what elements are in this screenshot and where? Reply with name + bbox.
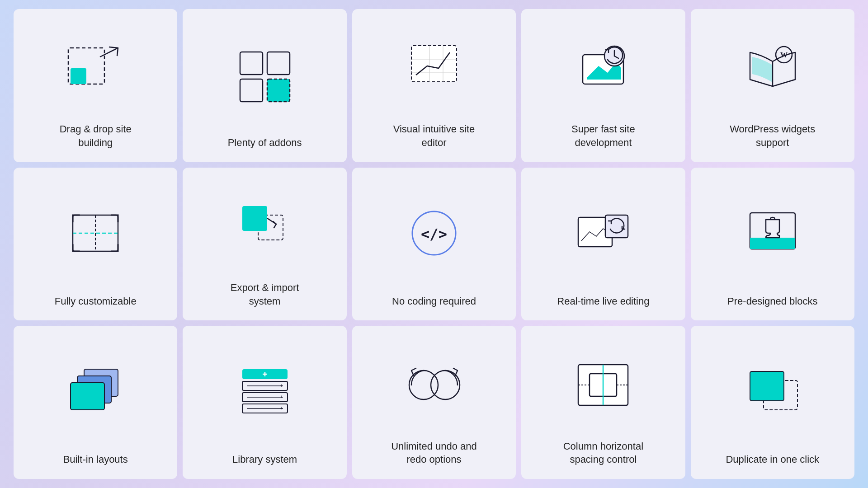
card-label: Super fast sitedevelopment: [571, 122, 635, 149]
card-label: Fully customizable: [55, 295, 137, 308]
icon-area: [23, 180, 168, 286]
features-grid: Drag & drop sitebuilding Plenty of addon…: [9, 5, 859, 483]
card-label: No coding required: [392, 295, 476, 308]
card-label: Real-time live editing: [557, 295, 649, 308]
card-addons: Plenty of addons: [183, 9, 346, 162]
icon-area: [530, 22, 676, 114]
icon-area: W: [700, 22, 845, 114]
icon-area: </>: [361, 180, 507, 286]
icon-area: [192, 22, 337, 128]
icon-area: [530, 180, 676, 286]
svg-rect-5: [240, 79, 263, 102]
card-label: Pre-designed blocks: [727, 295, 817, 308]
svg-text:W: W: [780, 51, 788, 59]
icon-area: [23, 22, 168, 114]
card-live-editing: Real-time live editing: [521, 168, 685, 321]
card-label: Visual intuitive siteeditor: [393, 122, 475, 149]
svg-text:</>: </>: [421, 225, 447, 243]
card-drag-drop: Drag & drop sitebuilding: [14, 9, 177, 162]
svg-rect-34: [71, 383, 104, 410]
svg-rect-23: [242, 206, 267, 231]
card-column-spacing: Column horizontalspacing control: [521, 326, 685, 479]
svg-text:+: +: [280, 405, 283, 411]
card-export-import: Export & importsystem: [183, 168, 346, 321]
card-layouts: Built-in layouts: [14, 326, 177, 479]
icon-area: [361, 22, 507, 114]
card-label: Unlimited undo andredo options: [391, 440, 477, 466]
svg-rect-4: [267, 52, 290, 75]
svg-rect-31: [750, 238, 795, 249]
icon-area: + + +: [192, 338, 337, 445]
svg-line-2: [100, 48, 118, 57]
icon-area: [192, 180, 337, 273]
card-wp-widgets: W WordPress widgetssupport: [691, 9, 854, 162]
svg-rect-6: [267, 79, 290, 102]
card-label: Column horizontalspacing control: [563, 440, 643, 466]
svg-text:+: +: [280, 383, 283, 388]
svg-rect-55: [750, 371, 784, 401]
icon-area: [23, 338, 168, 445]
card-label: WordPress widgetssupport: [730, 122, 815, 149]
card-predesigned: Pre-designed blocks: [691, 168, 854, 321]
card-label: Plenty of addons: [228, 136, 302, 150]
icon-area: [530, 338, 676, 431]
icon-area: [361, 338, 507, 431]
card-visual-editor: Visual intuitive siteeditor: [352, 9, 516, 162]
svg-text:+: +: [280, 394, 283, 399]
card-no-coding: </> No coding required: [352, 168, 516, 321]
card-label: Library system: [232, 453, 297, 466]
svg-rect-3: [240, 52, 263, 75]
card-label: Duplicate in one click: [726, 453, 819, 466]
icon-area: [700, 180, 845, 286]
svg-rect-7: [411, 46, 457, 82]
card-label: Drag & drop sitebuilding: [60, 122, 132, 149]
card-label: Built-in layouts: [63, 453, 128, 466]
card-duplicate: Duplicate in one click: [691, 326, 854, 479]
card-fast-dev: Super fast sitedevelopment: [521, 9, 685, 162]
icon-area: [700, 338, 845, 445]
card-customizable: Fully customizable: [14, 168, 177, 321]
card-library: + + + Library system: [183, 326, 346, 479]
svg-rect-1: [71, 68, 86, 84]
card-undo-redo: Unlimited undo andredo options: [352, 326, 516, 479]
card-label: Export & importsystem: [231, 281, 299, 308]
